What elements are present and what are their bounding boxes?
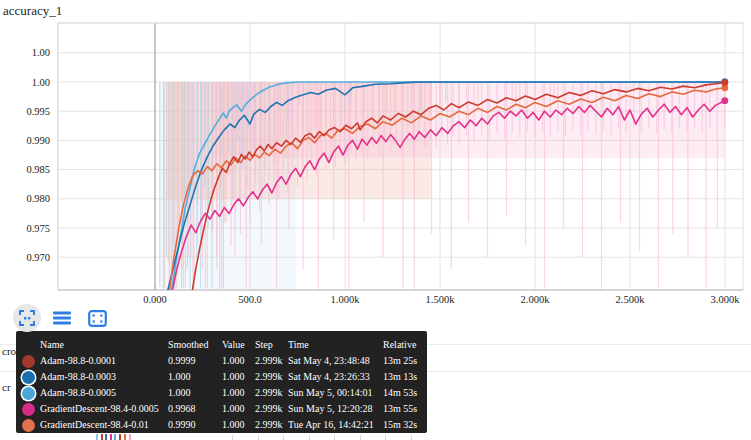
y-tick-label: 0.975 <box>26 223 50 234</box>
occluded-chart-mark <box>129 434 131 440</box>
chart-data-layer <box>160 82 725 292</box>
run-color-swatch <box>22 355 35 368</box>
x-tick-label: 2.500k <box>616 294 646 305</box>
smoothed-value: 0.9968 <box>168 401 222 417</box>
occluded-gridline-tick <box>309 435 310 440</box>
occluded-chart-mark <box>119 434 121 440</box>
column-header-name: Name <box>40 337 168 353</box>
x-tick-label: 0.000 <box>143 294 167 305</box>
run-name: GradientDescent-98.4-0.0005 <box>40 401 168 417</box>
time: Sat May 4, 23:48:48 <box>288 353 383 369</box>
value: 1.000 <box>222 385 255 401</box>
relative-time: 15m 32s <box>383 417 427 433</box>
tooltip-row: GradientDescent-98.4-0.00050.99681.0002.… <box>16 401 427 417</box>
tooltip-header-row: Name Smoothed Value Step Time Relative <box>16 337 427 353</box>
run-color-swatch <box>22 419 35 432</box>
time: Sat May 4, 23:26:33 <box>288 369 383 385</box>
smoothed-value: 1.000 <box>168 369 222 385</box>
time: Tue Apr 16, 14:42:21 <box>288 417 383 433</box>
relative-time: 13m 55s <box>383 401 427 417</box>
fit-domain-to-data-button[interactable] <box>13 304 41 332</box>
y-tick-label: 1.00 <box>32 47 50 58</box>
value: 1.000 <box>222 401 255 417</box>
y-tick-label: 0.980 <box>26 193 50 204</box>
relative-time: 13m 25s <box>383 353 427 369</box>
occluded-gridline-tick <box>258 435 259 440</box>
smoothed-value: 0.9999 <box>168 353 222 369</box>
occluded-chart-mark <box>101 434 103 440</box>
tooltip-row: Adam-98.8-0.00031.0001.0002.999kSat May … <box>16 369 427 385</box>
accuracy-chart[interactable]: 1.001.000.9950.9900.9850.9800.9750.9700.… <box>0 0 751 312</box>
occluded-chart-mark <box>105 434 107 440</box>
tensorboard-scalar-card: croscr accuracy_1 1.001.000.9950.9900.98… <box>0 0 751 440</box>
column-header-value: Value <box>222 337 255 353</box>
y-tick-label: 0.970 <box>26 252 50 263</box>
step: 2.999k <box>255 417 288 433</box>
occluded-gridline-tick <box>283 435 284 440</box>
occluded-chart-mark <box>96 434 98 440</box>
time: Sun May 5, 00:14:01 <box>288 385 383 401</box>
occluded-gridline-tick <box>411 435 412 440</box>
column-header-relative: Relative <box>383 337 427 353</box>
relative-time: 13m 13s <box>383 369 427 385</box>
step: 2.999k <box>255 353 288 369</box>
series-end-dot <box>721 79 728 86</box>
step: 2.999k <box>255 369 288 385</box>
fit-domain-to-data-icon <box>19 310 35 326</box>
x-tick-label: 2.000k <box>521 294 551 305</box>
smoothed-value: 1.000 <box>168 385 222 401</box>
tooltip-row: GradientDescent-98.4-0.010.99901.0002.99… <box>16 417 427 433</box>
x-tick-label: 1.000k <box>331 294 361 305</box>
x-tick-label: 1.500k <box>426 294 456 305</box>
step: 2.999k <box>255 401 288 417</box>
expand-card-icon <box>88 310 107 327</box>
occluded-text-fragment: cr <box>2 381 11 393</box>
tooltip-row: Adam-98.8-0.00051.0001.0002.999kSun May … <box>16 385 427 401</box>
occluded-gridline-tick <box>232 435 233 440</box>
column-header-smoothed: Smoothed <box>168 337 222 353</box>
column-header-time: Time <box>288 337 383 353</box>
run-name: Adam-98.8-0.0001 <box>40 353 168 369</box>
occluded-gridline-tick <box>385 435 386 440</box>
expand-card-button[interactable] <box>83 304 111 332</box>
y-tick-label: 0.995 <box>26 106 50 117</box>
y-tick-label: 0.985 <box>26 164 50 175</box>
y-tick-label: 0.990 <box>26 135 50 146</box>
series-end-dot <box>721 97 728 104</box>
occluded-chart-mark <box>110 434 112 440</box>
run-name: GradientDescent-98.4-0.01 <box>40 417 168 433</box>
run-name: Adam-98.8-0.0005 <box>40 385 168 401</box>
y-tick-label: 1.00 <box>32 77 50 88</box>
occluded-gridline-tick <box>360 435 361 440</box>
toggle-all-runs-icon <box>53 310 71 326</box>
tooltip-row: Adam-98.8-0.00010.99991.0002.999kSat May… <box>16 353 427 369</box>
occluded-chart-mark <box>124 434 126 440</box>
time: Sun May 5, 12:20:28 <box>288 401 383 417</box>
value: 1.000 <box>222 353 255 369</box>
x-tick-label: 500.0 <box>238 294 262 305</box>
run-tooltip-table: Name Smoothed Value Step Time Relative A… <box>16 331 427 433</box>
value: 1.000 <box>222 417 255 433</box>
column-header-step: Step <box>255 337 288 353</box>
run-color-swatch <box>22 371 35 384</box>
x-tick-label: 3.000k <box>711 294 741 305</box>
smoothed-value: 0.9990 <box>168 417 222 433</box>
occluded-chart-mark <box>114 434 116 440</box>
relative-time: 14m 53s <box>383 385 427 401</box>
card-toolbar <box>13 304 111 332</box>
step: 2.999k <box>255 385 288 401</box>
run-color-swatch <box>22 387 35 400</box>
occluded-gridline-tick <box>334 435 335 440</box>
run-color-swatch <box>22 403 35 416</box>
toggle-all-runs-button[interactable] <box>48 304 76 332</box>
run-name: Adam-98.8-0.0003 <box>40 369 168 385</box>
value: 1.000 <box>222 369 255 385</box>
